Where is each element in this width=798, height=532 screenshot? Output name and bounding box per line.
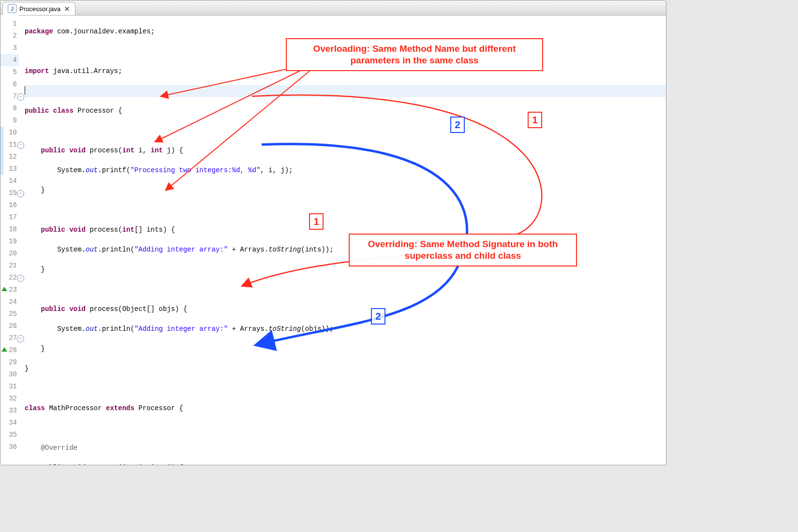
line-number: 33: [0, 405, 19, 417]
line-number: 12: [0, 151, 19, 163]
line-number: 11−: [0, 139, 19, 151]
change-marker: [0, 163, 3, 175]
line-number: 29: [0, 356, 19, 369]
change-marker: [0, 139, 3, 151]
line-number: 3: [0, 42, 19, 54]
line-number: 16: [0, 199, 19, 211]
line-number: 22−: [0, 272, 19, 284]
line-number: 18: [0, 223, 19, 236]
change-marker: [0, 127, 3, 139]
line-number: 6: [0, 78, 19, 90]
text-cursor: [25, 86, 25, 95]
line-number: 1: [0, 18, 19, 30]
line-number: 10: [0, 127, 19, 139]
line-number: 25: [0, 308, 19, 320]
line-number: 13: [0, 163, 19, 175]
line-number-gutter: 1234567−891011−12131415−16171819202122−2…: [0, 15, 19, 465]
line-number: 21: [0, 260, 19, 272]
tab-filename: Processor.java: [19, 5, 60, 13]
line-number: 32: [0, 393, 19, 405]
line-number: 14: [0, 175, 19, 187]
line-number: 26: [0, 320, 19, 332]
line-number: 19: [0, 236, 19, 248]
code-content[interactable]: package com.journaldev.examples; import …: [19, 15, 666, 465]
line-number: 30: [0, 369, 19, 381]
editor-window: J Processor.java ✕ 1234567−891011−121314…: [0, 0, 666, 465]
line-number: 27−: [0, 332, 19, 344]
line-number: 24: [0, 296, 19, 308]
change-marker: [0, 151, 3, 163]
line-number: 34: [0, 417, 19, 429]
editor-area[interactable]: 1234567−891011−12131415−16171819202122−2…: [0, 15, 666, 465]
line-number: 31: [0, 381, 19, 393]
tab-processor-java[interactable]: J Processor.java ✕: [2, 2, 75, 15]
line-number: 7−: [0, 90, 19, 103]
close-icon[interactable]: ✕: [63, 5, 70, 12]
line-number: 4: [0, 54, 19, 66]
line-number: 35: [0, 429, 19, 441]
line-number: 2: [0, 30, 19, 42]
line-number: 9: [0, 115, 19, 127]
line-number: 28: [0, 344, 19, 356]
line-number: 20: [0, 248, 19, 260]
override-marker-icon[interactable]: [1, 347, 7, 352]
line-number: 36: [0, 441, 19, 453]
line-number: 23: [0, 284, 19, 296]
line-number: 15−: [0, 187, 19, 199]
tab-bar: J Processor.java ✕: [0, 0, 666, 15]
line-number: 5: [0, 66, 19, 78]
line-number: 17: [0, 211, 19, 223]
override-marker-icon[interactable]: [1, 287, 7, 291]
line-number: 8: [0, 103, 19, 115]
java-file-icon: J: [8, 4, 16, 13]
